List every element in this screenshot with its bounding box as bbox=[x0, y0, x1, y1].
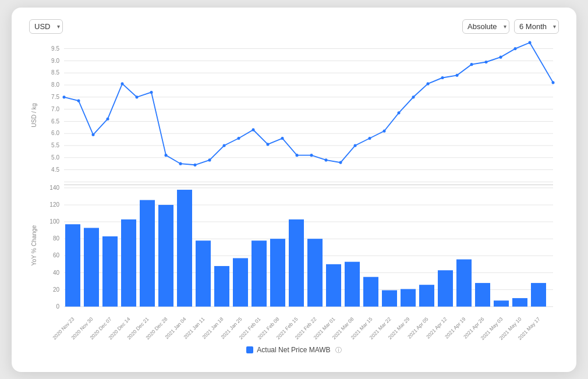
svg-point-33 bbox=[165, 154, 168, 157]
svg-point-52 bbox=[441, 76, 444, 79]
svg-point-58 bbox=[529, 41, 532, 44]
svg-point-29 bbox=[107, 117, 109, 120]
svg-text:9.0: 9.0 bbox=[51, 57, 59, 63]
svg-point-40 bbox=[267, 143, 270, 146]
svg-point-57 bbox=[514, 47, 517, 50]
scale-select-wrapper[interactable]: Absolute Relative bbox=[462, 19, 509, 34]
svg-rect-101 bbox=[494, 300, 509, 306]
svg-point-38 bbox=[238, 136, 240, 139]
legend-label: Actual Net Price MAWB bbox=[257, 346, 330, 354]
legend-color-box bbox=[246, 346, 253, 353]
svg-rect-86 bbox=[214, 265, 229, 306]
svg-point-41 bbox=[281, 136, 284, 139]
svg-rect-97 bbox=[419, 285, 434, 306]
svg-text:100: 100 bbox=[49, 218, 59, 224]
svg-rect-93 bbox=[345, 261, 360, 306]
svg-text:6.5: 6.5 bbox=[51, 118, 59, 124]
svg-rect-96 bbox=[401, 289, 416, 306]
svg-text:YoY % Change: YoY % Change bbox=[31, 225, 37, 265]
currency-select[interactable]: USD EUR GBP bbox=[29, 19, 63, 34]
svg-point-49 bbox=[398, 111, 401, 114]
svg-rect-85 bbox=[196, 240, 211, 306]
svg-text:140: 140 bbox=[49, 184, 59, 190]
svg-point-34 bbox=[179, 162, 182, 165]
svg-point-59 bbox=[552, 81, 555, 84]
svg-point-31 bbox=[136, 95, 139, 98]
toolbar-right: Absolute Relative 1 Month 3 Month 6 Mont… bbox=[462, 19, 559, 34]
svg-text:4.5: 4.5 bbox=[51, 166, 59, 172]
svg-point-45 bbox=[339, 161, 342, 164]
svg-rect-95 bbox=[382, 290, 397, 306]
svg-point-44 bbox=[325, 158, 328, 161]
svg-point-37 bbox=[223, 144, 226, 147]
svg-rect-80 bbox=[102, 236, 118, 307]
legend-info-icon: ⓘ bbox=[335, 346, 342, 355]
chart-card: USD EUR GBP Absolute Relative 1 Month 3 … bbox=[12, 8, 576, 372]
svg-text:7.0: 7.0 bbox=[51, 105, 59, 112]
svg-rect-88 bbox=[252, 240, 267, 306]
svg-text:USD / kg: USD / kg bbox=[31, 102, 37, 127]
chart-legend: Actual Net Price MAWB ⓘ bbox=[29, 346, 559, 355]
svg-rect-103 bbox=[531, 283, 546, 307]
svg-rect-91 bbox=[307, 239, 323, 306]
svg-point-28 bbox=[92, 133, 95, 136]
svg-rect-92 bbox=[326, 264, 341, 306]
svg-point-30 bbox=[121, 82, 124, 85]
svg-text:5.0: 5.0 bbox=[51, 154, 59, 160]
svg-point-48 bbox=[383, 129, 386, 132]
svg-point-39 bbox=[252, 128, 255, 131]
svg-point-54 bbox=[470, 63, 473, 66]
svg-rect-94 bbox=[363, 277, 378, 306]
svg-point-53 bbox=[456, 73, 459, 76]
svg-text:20: 20 bbox=[53, 286, 59, 292]
chart-area: 9.5 9.0 8.5 8.0 7.5 7.0 6.5 6.0 5.5 5.0 … bbox=[29, 40, 559, 342]
scale-select[interactable]: Absolute Relative bbox=[462, 19, 509, 34]
svg-rect-98 bbox=[438, 270, 453, 306]
svg-rect-78 bbox=[65, 224, 80, 306]
svg-text:9.5: 9.5 bbox=[51, 45, 59, 51]
svg-point-32 bbox=[150, 90, 153, 93]
main-chart-svg: 9.5 9.0 8.5 8.0 7.5 7.0 6.5 6.0 5.5 5.0 … bbox=[29, 40, 559, 342]
svg-rect-82 bbox=[140, 200, 155, 306]
toolbar-left: USD EUR GBP bbox=[29, 19, 63, 34]
svg-point-47 bbox=[369, 136, 371, 139]
svg-point-50 bbox=[412, 95, 415, 98]
svg-text:0: 0 bbox=[56, 303, 59, 309]
toolbar: USD EUR GBP Absolute Relative 1 Month 3 … bbox=[29, 19, 559, 34]
svg-rect-100 bbox=[475, 283, 490, 307]
svg-point-27 bbox=[77, 99, 80, 102]
svg-text:5.5: 5.5 bbox=[51, 141, 59, 148]
svg-rect-99 bbox=[456, 259, 472, 306]
svg-rect-83 bbox=[158, 204, 173, 306]
svg-point-56 bbox=[500, 55, 502, 58]
svg-point-43 bbox=[310, 154, 313, 157]
svg-rect-90 bbox=[289, 219, 304, 306]
svg-point-51 bbox=[427, 82, 430, 85]
svg-rect-81 bbox=[121, 219, 136, 306]
svg-point-46 bbox=[354, 144, 357, 147]
svg-rect-79 bbox=[84, 228, 99, 306]
svg-text:40: 40 bbox=[53, 269, 59, 275]
svg-text:6.0: 6.0 bbox=[51, 130, 59, 136]
svg-rect-89 bbox=[270, 239, 285, 306]
period-select[interactable]: 1 Month 3 Month 6 Month 1 Year All bbox=[514, 19, 559, 34]
svg-text:60: 60 bbox=[53, 252, 59, 258]
svg-point-42 bbox=[296, 154, 299, 157]
svg-rect-87 bbox=[233, 258, 248, 306]
svg-text:80: 80 bbox=[53, 235, 59, 242]
svg-text:7.5: 7.5 bbox=[51, 93, 59, 100]
svg-point-35 bbox=[194, 163, 197, 166]
svg-point-55 bbox=[485, 60, 488, 63]
svg-rect-84 bbox=[177, 189, 192, 306]
svg-text:120: 120 bbox=[49, 201, 59, 207]
svg-rect-102 bbox=[512, 298, 527, 307]
currency-select-wrapper[interactable]: USD EUR GBP bbox=[29, 19, 63, 34]
svg-point-36 bbox=[208, 158, 211, 161]
svg-point-26 bbox=[63, 95, 66, 98]
svg-text:8.0: 8.0 bbox=[51, 81, 59, 87]
period-select-wrapper[interactable]: 1 Month 3 Month 6 Month 1 Year All bbox=[514, 19, 559, 34]
svg-text:8.5: 8.5 bbox=[51, 69, 59, 76]
